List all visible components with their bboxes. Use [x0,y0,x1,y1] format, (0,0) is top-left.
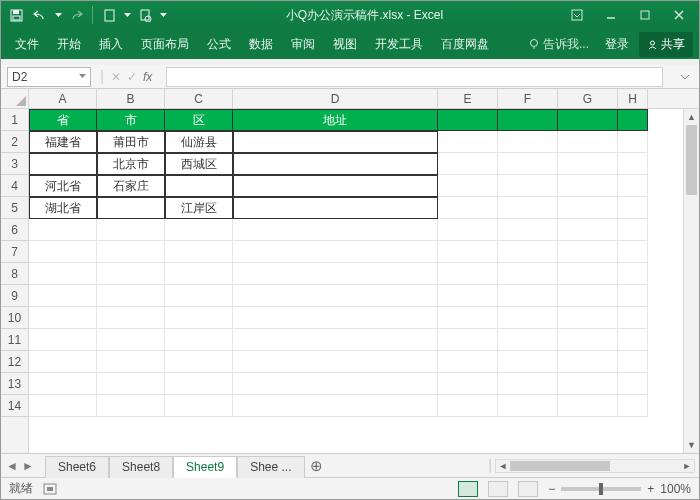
row-header[interactable]: 2 [1,131,28,153]
cell[interactable] [618,175,648,197]
cell[interactable] [438,395,498,417]
cell[interactable] [29,395,97,417]
cell[interactable] [618,307,648,329]
cell[interactable] [558,373,618,395]
cell[interactable] [233,285,438,307]
cell[interactable] [438,241,498,263]
cell[interactable] [498,241,558,263]
cell[interactable] [618,263,648,285]
cell[interactable] [498,131,558,153]
cell[interactable] [558,109,618,131]
cell[interactable] [618,153,648,175]
row-header[interactable]: 8 [1,263,28,285]
cell[interactable] [438,197,498,219]
cell[interactable]: 江岸区 [165,197,233,219]
select-all-corner[interactable] [1,89,29,108]
column-header[interactable]: H [618,89,648,108]
scroll-thumb[interactable] [686,125,697,195]
scroll-up-icon[interactable]: ▲ [684,109,699,125]
fx-icon[interactable]: fx [143,70,152,84]
cell[interactable] [558,175,618,197]
row-header[interactable]: 14 [1,395,28,417]
cell[interactable] [165,307,233,329]
tell-me[interactable]: 告诉我... [522,36,595,53]
cell[interactable] [618,329,648,351]
cell[interactable] [618,197,648,219]
cell[interactable]: 北京市 [97,153,165,175]
formula-input[interactable] [166,67,663,87]
hscroll-thumb[interactable] [510,461,610,471]
undo-dropdown-icon[interactable] [53,4,63,26]
cell[interactable]: 地址 [233,109,438,131]
cell[interactable] [558,153,618,175]
cell[interactable] [498,373,558,395]
cell[interactable] [233,219,438,241]
cell[interactable] [97,329,165,351]
cell[interactable] [233,307,438,329]
page-break-view-button[interactable] [518,481,538,497]
cell[interactable] [165,285,233,307]
row-header[interactable]: 10 [1,307,28,329]
cell[interactable] [97,307,165,329]
minimize-icon[interactable] [595,4,627,26]
cell[interactable] [233,351,438,373]
cell[interactable]: 仙游县 [165,131,233,153]
save-icon[interactable] [5,4,27,26]
column-header[interactable]: G [558,89,618,108]
cell[interactable] [558,241,618,263]
vertical-scrollbar[interactable]: ▲ ▼ [683,109,699,453]
cell[interactable] [165,395,233,417]
cell[interactable] [233,175,438,197]
cell[interactable] [165,329,233,351]
row-header[interactable]: 4 [1,175,28,197]
cell[interactable]: 石家庄 [97,175,165,197]
cell[interactable] [498,329,558,351]
column-header[interactable]: E [438,89,498,108]
row-header[interactable]: 6 [1,219,28,241]
cell[interactable] [29,153,97,175]
column-header[interactable]: B [97,89,165,108]
cell[interactable] [97,395,165,417]
redo-icon[interactable] [65,4,87,26]
cell[interactable] [165,263,233,285]
macro-icon[interactable] [43,483,57,495]
row-header[interactable]: 9 [1,285,28,307]
cell[interactable] [498,153,558,175]
zoom-slider[interactable] [561,487,641,491]
new-dropdown-icon[interactable] [122,4,132,26]
cancel-icon[interactable]: ✕ [111,70,121,84]
cell[interactable] [618,241,648,263]
cell[interactable] [498,395,558,417]
add-sheet-button[interactable]: ⊕ [307,457,327,475]
cell[interactable] [498,351,558,373]
cell[interactable]: 市 [97,109,165,131]
cell[interactable] [29,307,97,329]
tab-view[interactable]: 视图 [325,30,365,59]
cell[interactable] [97,241,165,263]
cell[interactable] [29,351,97,373]
name-box[interactable]: D2 [7,67,91,87]
cell[interactable] [165,241,233,263]
cell[interactable] [29,329,97,351]
cell[interactable] [618,395,648,417]
row-header[interactable]: 5 [1,197,28,219]
row-header[interactable]: 12 [1,351,28,373]
scroll-down-icon[interactable]: ▼ [684,437,699,453]
cell[interactable] [498,219,558,241]
cell[interactable] [438,109,498,131]
maximize-icon[interactable] [629,4,661,26]
tab-formulas[interactable]: 公式 [199,30,239,59]
column-header[interactable]: D [233,89,438,108]
signin-button[interactable]: 登录 [597,30,637,59]
sheet-nav-prev[interactable]: ◄ [5,459,19,473]
print-preview-icon[interactable] [134,4,156,26]
column-header[interactable]: C [165,89,233,108]
cell[interactable]: 西城区 [165,153,233,175]
cell[interactable] [97,351,165,373]
cell[interactable] [29,263,97,285]
cell[interactable] [498,197,558,219]
cell[interactable]: 莆田市 [97,131,165,153]
cell[interactable] [558,131,618,153]
cell[interactable] [438,219,498,241]
cell[interactable] [618,131,648,153]
